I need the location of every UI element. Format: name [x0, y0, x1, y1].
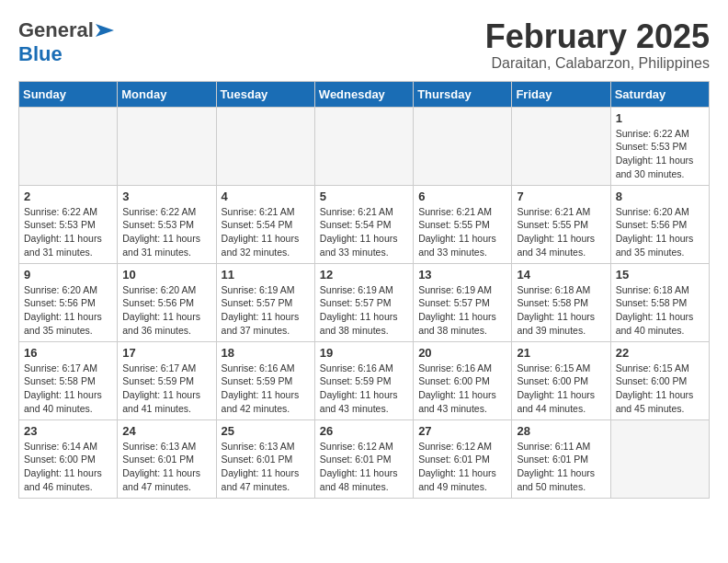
day-info: Sunrise: 6:14 AMSunset: 6:00 PMDaylight:…: [24, 440, 112, 494]
day-info: Sunrise: 6:20 AMSunset: 5:56 PMDaylight:…: [616, 205, 704, 259]
day-info: Sunrise: 6:20 AMSunset: 5:56 PMDaylight:…: [122, 283, 210, 338]
day-number: 28: [517, 424, 605, 438]
calendar-cell: 3Sunrise: 6:22 AMSunset: 5:53 PMDaylight…: [118, 185, 216, 263]
calendar-cell: [512, 107, 610, 185]
calendar-cell: 19Sunrise: 6:16 AMSunset: 5:59 PMDayligh…: [314, 341, 413, 419]
calendar-cell: 6Sunrise: 6:21 AMSunset: 5:55 PMDaylight…: [414, 185, 512, 263]
calendar-week-1: 2Sunrise: 6:22 AMSunset: 5:53 PMDaylight…: [19, 185, 710, 263]
calendar-cell: 5Sunrise: 6:21 AMSunset: 5:54 PMDaylight…: [314, 185, 413, 263]
calendar-cell: 7Sunrise: 6:21 AMSunset: 5:55 PMDaylight…: [512, 185, 610, 263]
calendar-cell: 17Sunrise: 6:17 AMSunset: 5:59 PMDayligh…: [118, 341, 216, 419]
calendar-week-4: 23Sunrise: 6:14 AMSunset: 6:00 PMDayligh…: [19, 419, 710, 498]
calendar-cell: [414, 107, 512, 185]
calendar-cell: 20Sunrise: 6:16 AMSunset: 6:00 PMDayligh…: [414, 341, 512, 419]
calendar-cell: 2Sunrise: 6:22 AMSunset: 5:53 PMDaylight…: [19, 185, 118, 263]
day-info: Sunrise: 6:17 AMSunset: 5:59 PMDaylight:…: [122, 362, 210, 416]
calendar-cell: 25Sunrise: 6:13 AMSunset: 6:01 PMDayligh…: [216, 419, 314, 498]
calendar-week-0: 1Sunrise: 6:22 AMSunset: 5:53 PMDaylight…: [19, 107, 710, 185]
day-number: 5: [320, 190, 408, 203]
day-number: 18: [222, 346, 310, 360]
day-info: Sunrise: 6:16 AMSunset: 5:59 PMDaylight:…: [320, 362, 408, 416]
day-info: Sunrise: 6:21 AMSunset: 5:55 PMDaylight:…: [418, 205, 506, 259]
calendar-cell: 12Sunrise: 6:19 AMSunset: 5:57 PMDayligh…: [314, 263, 413, 341]
calendar-cell: [314, 107, 413, 185]
day-info: Sunrise: 6:11 AMSunset: 6:01 PMDaylight:…: [517, 440, 605, 494]
day-info: Sunrise: 6:22 AMSunset: 5:53 PMDaylight:…: [24, 205, 112, 259]
day-info: Sunrise: 6:13 AMSunset: 6:01 PMDaylight:…: [222, 440, 310, 494]
day-number: 17: [122, 346, 210, 360]
weekday-header-wednesday: Wednesday: [314, 81, 413, 107]
calendar-cell: 23Sunrise: 6:14 AMSunset: 6:00 PMDayligh…: [19, 419, 118, 498]
calendar-week-3: 16Sunrise: 6:17 AMSunset: 5:58 PMDayligh…: [19, 341, 710, 419]
calendar-cell: [216, 107, 314, 185]
calendar-cell: 10Sunrise: 6:20 AMSunset: 5:56 PMDayligh…: [118, 263, 216, 341]
day-number: 22: [616, 346, 704, 360]
month-title: February 2025: [485, 18, 710, 55]
calendar-cell: 9Sunrise: 6:20 AMSunset: 5:56 PMDaylight…: [19, 263, 118, 341]
day-number: 11: [222, 268, 310, 282]
day-number: 4: [222, 190, 310, 203]
title-block: February 2025 Daraitan, Calabarzon, Phil…: [485, 18, 710, 72]
calendar-body: 1Sunrise: 6:22 AMSunset: 5:53 PMDaylight…: [19, 107, 710, 498]
calendar-cell: 21Sunrise: 6:15 AMSunset: 6:00 PMDayligh…: [512, 341, 610, 419]
day-number: 8: [616, 190, 704, 203]
day-number: 14: [517, 268, 605, 282]
day-number: 6: [418, 190, 506, 203]
day-number: 1: [616, 111, 704, 125]
day-number: 9: [24, 268, 112, 282]
weekday-header-thursday: Thursday: [414, 81, 512, 107]
calendar-cell: 15Sunrise: 6:18 AMSunset: 5:58 PMDayligh…: [610, 263, 709, 341]
day-info: Sunrise: 6:18 AMSunset: 5:58 PMDaylight:…: [616, 283, 704, 338]
day-info: Sunrise: 6:19 AMSunset: 5:57 PMDaylight:…: [418, 283, 506, 338]
weekday-header-tuesday: Tuesday: [216, 81, 314, 107]
day-info: Sunrise: 6:21 AMSunset: 5:54 PMDaylight:…: [222, 205, 310, 259]
calendar-cell: 13Sunrise: 6:19 AMSunset: 5:57 PMDayligh…: [414, 263, 512, 341]
day-number: 25: [222, 424, 310, 438]
day-number: 12: [320, 268, 408, 282]
calendar-cell: 22Sunrise: 6:15 AMSunset: 6:00 PMDayligh…: [610, 341, 709, 419]
location: Daraitan, Calabarzon, Philippines: [485, 55, 710, 72]
calendar-cell: 4Sunrise: 6:21 AMSunset: 5:54 PMDaylight…: [216, 185, 314, 263]
day-info: Sunrise: 6:16 AMSunset: 6:00 PMDaylight:…: [418, 362, 506, 416]
weekday-header-friday: Friday: [512, 81, 610, 107]
svg-marker-0: [96, 24, 114, 37]
calendar-cell: 28Sunrise: 6:11 AMSunset: 6:01 PMDayligh…: [512, 419, 610, 498]
day-info: Sunrise: 6:17 AMSunset: 5:58 PMDaylight:…: [24, 362, 112, 416]
logo-blue: Blue: [18, 42, 63, 65]
calendar-table: SundayMondayTuesdayWednesdayThursdayFrid…: [18, 81, 710, 499]
calendar-cell: 27Sunrise: 6:12 AMSunset: 6:01 PMDayligh…: [414, 419, 512, 498]
day-info: Sunrise: 6:12 AMSunset: 6:01 PMDaylight:…: [320, 440, 408, 494]
calendar-header-row: SundayMondayTuesdayWednesdayThursdayFrid…: [19, 81, 710, 107]
day-info: Sunrise: 6:19 AMSunset: 5:57 PMDaylight:…: [222, 283, 310, 338]
calendar-cell: 1Sunrise: 6:22 AMSunset: 5:53 PMDaylight…: [610, 107, 709, 185]
calendar-cell: 14Sunrise: 6:18 AMSunset: 5:58 PMDayligh…: [512, 263, 610, 341]
day-info: Sunrise: 6:20 AMSunset: 5:56 PMDaylight:…: [24, 283, 112, 338]
day-number: 21: [517, 346, 605, 360]
calendar-cell: [19, 107, 118, 185]
calendar-cell: 18Sunrise: 6:16 AMSunset: 5:59 PMDayligh…: [216, 341, 314, 419]
calendar-cell: [610, 419, 709, 498]
day-number: 2: [24, 190, 112, 203]
day-number: 26: [320, 424, 408, 438]
day-info: Sunrise: 6:19 AMSunset: 5:57 PMDaylight:…: [320, 283, 408, 338]
day-number: 16: [24, 346, 112, 360]
calendar-cell: 24Sunrise: 6:13 AMSunset: 6:01 PMDayligh…: [118, 419, 216, 498]
day-number: 19: [320, 346, 408, 360]
weekday-header-sunday: Sunday: [19, 81, 118, 107]
day-number: 24: [122, 424, 210, 438]
day-info: Sunrise: 6:21 AMSunset: 5:54 PMDaylight:…: [320, 205, 408, 259]
day-number: 13: [418, 268, 506, 282]
day-number: 15: [616, 268, 704, 282]
logo-bird-icon: [96, 22, 114, 39]
calendar-cell: [118, 107, 216, 185]
calendar-cell: 8Sunrise: 6:20 AMSunset: 5:56 PMDaylight…: [610, 185, 709, 263]
logo: General Blue: [18, 18, 114, 66]
day-info: Sunrise: 6:18 AMSunset: 5:58 PMDaylight:…: [517, 283, 605, 338]
day-info: Sunrise: 6:21 AMSunset: 5:55 PMDaylight:…: [517, 205, 605, 259]
day-number: 20: [418, 346, 506, 360]
day-info: Sunrise: 6:15 AMSunset: 6:00 PMDaylight:…: [616, 362, 704, 416]
weekday-header-monday: Monday: [118, 81, 216, 107]
day-number: 3: [122, 190, 210, 203]
day-info: Sunrise: 6:22 AMSunset: 5:53 PMDaylight:…: [616, 127, 704, 181]
day-info: Sunrise: 6:15 AMSunset: 6:00 PMDaylight:…: [517, 362, 605, 416]
